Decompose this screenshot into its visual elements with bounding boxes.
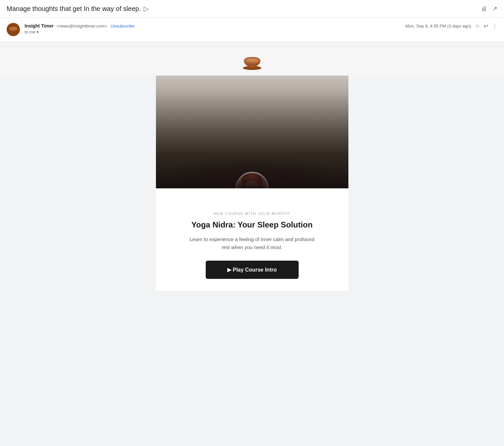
top-bar-icons: 🖨 ↗ bbox=[481, 5, 497, 12]
bowl-avatar-icon bbox=[8, 26, 19, 33]
email-meta-icons: ☆ ↩ ⋮ bbox=[475, 23, 497, 29]
description-text: Learn to experience a feeling of inner c… bbox=[189, 236, 314, 250]
print-icon[interactable]: 🖨 bbox=[481, 5, 487, 12]
svg-rect-7 bbox=[156, 155, 348, 188]
svg-point-15 bbox=[242, 173, 263, 188]
subject-text: Manage thoughts that get In the way of s… bbox=[7, 5, 141, 13]
to-me-chevron[interactable]: ▾ bbox=[36, 30, 39, 34]
sender-avatar bbox=[7, 23, 20, 36]
instructor-avatar bbox=[236, 172, 269, 188]
svg-rect-10 bbox=[173, 162, 299, 182]
hero-image bbox=[156, 76, 348, 188]
svg-rect-5 bbox=[156, 76, 348, 188]
svg-point-16 bbox=[244, 180, 261, 188]
play-course-intro-button[interactable]: ▶ Play Course Intro bbox=[206, 261, 299, 279]
card-content: NEW COURSE WITH JULIE MURPHY Yoga Nidra:… bbox=[156, 188, 348, 291]
hero-illustration bbox=[156, 76, 348, 188]
svg-point-9 bbox=[173, 159, 305, 182]
unsubscribe-link[interactable]: Unsubscribe bbox=[110, 24, 134, 29]
email-content-wrapper: NEW COURSE WITH JULIE MURPHY Yoga Nidra:… bbox=[156, 76, 348, 291]
subject-arrow[interactable]: ▷ bbox=[144, 5, 149, 13]
course-description: Learn to experience a feeling of inner c… bbox=[189, 235, 315, 251]
svg-point-11 bbox=[265, 110, 312, 161]
instructor-photo bbox=[237, 173, 267, 188]
email-body: NEW COURSE WITH JULIE MURPHY Yoga Nidra:… bbox=[0, 41, 504, 311]
email-date: Mon, Sep 9, 4:35 PM (3 days ago) bbox=[405, 24, 471, 29]
reply-icon[interactable]: ↩ bbox=[484, 23, 488, 29]
sender-name: Insight Timer bbox=[25, 23, 54, 29]
svg-point-4 bbox=[246, 58, 258, 62]
singing-bowl-icon bbox=[242, 56, 262, 72]
email-header: Insight Timer <news@insighttimer.com> Un… bbox=[0, 18, 504, 41]
hero-image-wrapper bbox=[156, 76, 348, 188]
svg-rect-14 bbox=[237, 173, 267, 188]
to-me-label: to me bbox=[25, 30, 36, 34]
svg-point-1 bbox=[9, 27, 17, 30]
svg-rect-17 bbox=[241, 183, 246, 188]
sender-area: Insight Timer <news@insighttimer.com> Un… bbox=[7, 23, 134, 36]
subject-line: Manage thoughts that get In the way of s… bbox=[7, 5, 149, 13]
email-meta: Mon, Sep 9, 4:35 PM (3 days ago) ☆ ↩ ⋮ bbox=[405, 23, 497, 29]
singing-bowl-svg bbox=[242, 56, 262, 70]
sender-name-row: Insight Timer <news@insighttimer.com> Un… bbox=[25, 23, 134, 29]
more-icon[interactable]: ⋮ bbox=[492, 23, 497, 29]
course-label: NEW COURSE WITH JULIE MURPHY bbox=[169, 212, 335, 216]
course-title: Yoga Nidra: Your Sleep Solution bbox=[169, 220, 335, 229]
svg-point-8 bbox=[173, 168, 332, 188]
to-me-row[interactable]: to me ▾ bbox=[25, 30, 134, 34]
bowl-container bbox=[0, 48, 504, 76]
svg-rect-6 bbox=[156, 76, 348, 162]
sender-email: <news@insighttimer.com> bbox=[56, 24, 107, 29]
star-icon[interactable]: ☆ bbox=[475, 23, 480, 29]
svg-point-12 bbox=[229, 139, 282, 165]
top-bar: Manage thoughts that get In the way of s… bbox=[0, 0, 504, 18]
sender-info: Insight Timer <news@insighttimer.com> Un… bbox=[25, 23, 134, 34]
svg-rect-18 bbox=[258, 183, 263, 188]
svg-point-13 bbox=[276, 131, 281, 139]
open-icon[interactable]: ↗ bbox=[492, 5, 497, 12]
